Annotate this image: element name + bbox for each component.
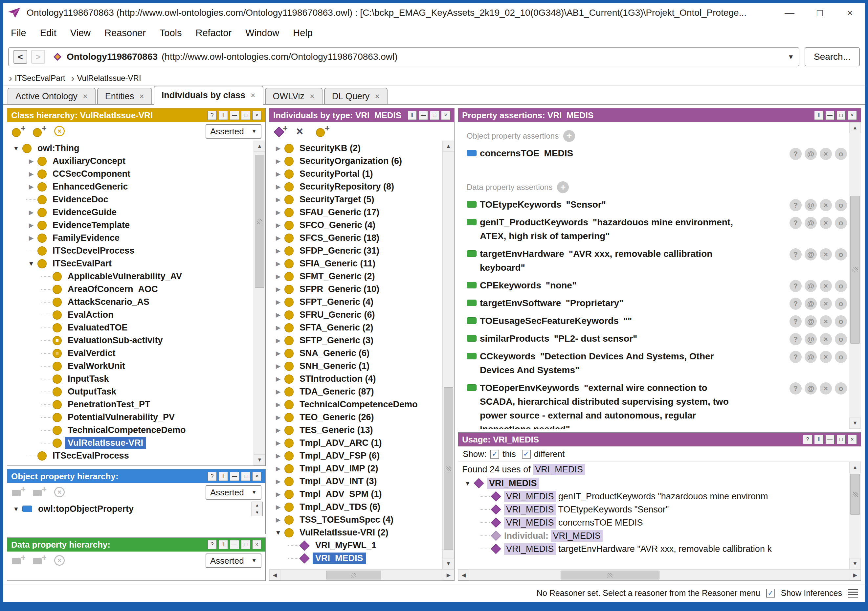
usage-row[interactable]: VRI_MEDIS genIT_ProductKeywords "hazardo…	[458, 490, 849, 503]
tree-row[interactable]: ▶EnhancedGeneric	[7, 180, 254, 193]
expand-arrow-icon[interactable]: ▶	[272, 145, 284, 152]
filter-checkbox-this[interactable]: ✓	[490, 450, 499, 459]
menu-file[interactable]: File	[11, 28, 26, 39]
panel-maximize-button[interactable]: □	[241, 111, 250, 120]
tab-close-icon[interactable]: ×	[375, 91, 380, 101]
delete-button[interactable]: ×	[820, 298, 832, 310]
tree-row[interactable]: ▼VulRelatIssue-VRI (2)	[269, 526, 442, 539]
edit-button[interactable]: o	[835, 199, 847, 211]
menu-edit[interactable]: Edit	[40, 28, 56, 39]
class-tree-scrollbar[interactable]: ▲ ▼	[254, 141, 265, 465]
breadcrumb-item-itsecevalpart[interactable]: ITSecEvalPart	[15, 74, 65, 83]
tree-row[interactable]: AreaOfConcern_AOC	[7, 283, 254, 296]
tree-row[interactable]: ▶Tmpl_ADV_INT (3)	[269, 475, 442, 488]
delete-individual-button[interactable]: ×	[294, 124, 309, 138]
expand-arrow-icon[interactable]: ▶	[272, 324, 284, 331]
scrollbar-track[interactable]	[469, 570, 849, 580]
tree-row[interactable]: ▶FamilyEvidence	[7, 232, 254, 244]
tree-row[interactable]: ▶TDA_Generic (87)	[269, 385, 442, 398]
expand-arrow-icon[interactable]: ▶	[272, 184, 284, 190]
tree-row[interactable]: ▶TechnicalCompetenceDemo	[269, 398, 442, 411]
delete-property-button[interactable]: ×	[53, 485, 68, 499]
tree-row[interactable]: ▶SFPT_Generic (4)	[269, 296, 442, 309]
scrollbar-thumb[interactable]	[850, 196, 860, 344]
panel-minimize-button[interactable]: —	[230, 111, 239, 120]
add-individual-button[interactable]: +	[273, 124, 288, 138]
annotate-button[interactable]: @	[804, 248, 817, 261]
tree-row[interactable]: ▶Tmpl_ADV_ARC (1)	[269, 437, 442, 450]
tree-row[interactable]: TechnicalCompetenceDemo	[7, 424, 254, 437]
panel-help-button[interactable]: ?	[208, 472, 217, 481]
tree-row[interactable]: ▶Tmpl_ADV_FSP (6)	[269, 450, 442, 462]
object-property-view-dropdown[interactable]: Asserted ▼	[206, 485, 261, 499]
property-assertion-row[interactable]: genIT_ProductKeywords"hazardouos mine en…	[467, 216, 847, 243]
usage-hscrollbar[interactable]: ◀ ▶	[458, 569, 861, 580]
tree-row[interactable]: ▶Tmpl_ADV_SPM (1)	[269, 488, 442, 501]
explain-button[interactable]: ?	[789, 382, 802, 394]
panel-help-button[interactable]: ?	[208, 540, 217, 549]
expand-arrow-icon[interactable]: ▶	[272, 197, 284, 203]
tree-row[interactable]: ▶SecurityKB (2)	[269, 142, 442, 155]
add-sub-property-button[interactable]: +	[11, 485, 26, 499]
delete-button[interactable]: ×	[820, 315, 832, 327]
scrollbar-thumb[interactable]	[255, 155, 264, 288]
property-assertion-row[interactable]: similarProducts"PL2- dust sensor"?@×o	[467, 332, 847, 346]
expand-arrow-icon[interactable]: ▶	[272, 171, 284, 177]
panel-split-button[interactable]: ‖	[814, 435, 823, 444]
scrollbar-track[interactable]	[849, 133, 861, 417]
tab-individuals-by-class[interactable]: Individuals by class×	[154, 86, 264, 105]
expand-arrow-icon[interactable]: ▶	[272, 273, 284, 279]
expand-arrow-icon[interactable]: ▶	[272, 158, 284, 164]
delete-property-button[interactable]: ×	[53, 554, 68, 568]
add-subclass-button[interactable]: +	[11, 124, 26, 138]
tree-row[interactable]: AttackScenario_AS	[7, 296, 254, 309]
tree-row[interactable]: ▶SFAU_Generic (17)	[269, 206, 442, 219]
close-button[interactable]: ×	[835, 3, 865, 22]
scrollbar-thumb[interactable]	[561, 571, 659, 580]
expand-arrow-icon[interactable]: ▶	[272, 440, 284, 446]
log-icon[interactable]	[848, 589, 858, 597]
expand-arrow-icon[interactable]: ▶	[272, 363, 284, 369]
expand-arrow-icon[interactable]: ▶	[272, 517, 284, 523]
tree-row[interactable]: ≡EvaluationSub-activity	[7, 334, 254, 347]
annotate-button[interactable]: @	[804, 217, 817, 229]
scroll-left-button[interactable]: ◀	[269, 570, 281, 580]
tab-owlviz[interactable]: OWLViz×	[265, 88, 322, 104]
add-type-button[interactable]: +	[315, 124, 330, 138]
expand-arrow-icon[interactable]: ▶	[272, 350, 284, 357]
explain-button[interactable]: ?	[789, 315, 802, 327]
tree-row[interactable]: ▶Tmpl_ADV_TDS (6)	[269, 501, 442, 513]
tab-dl-query[interactable]: DL Query×	[324, 88, 388, 104]
delete-button[interactable]: ×	[820, 333, 832, 345]
tree-row[interactable]: ▶SNA_Generic (6)	[269, 347, 442, 360]
property-assertion-row[interactable]: concernsTOEMEDIS?@×o	[467, 146, 847, 160]
class-view-dropdown[interactable]: Asserted ▼	[206, 124, 261, 139]
menu-window[interactable]: Window	[245, 28, 279, 39]
tree-row[interactable]: EvalWorkUnit	[7, 360, 254, 372]
filter-checkbox-different[interactable]: ✓	[522, 450, 531, 459]
panel-maximize-button[interactable]: □	[837, 111, 846, 120]
scroll-up-button[interactable]: ▲	[443, 141, 454, 152]
explain-button[interactable]: ?	[789, 280, 802, 292]
add-sibling-property-button[interactable]: +	[32, 554, 46, 568]
explain-button[interactable]: ?	[789, 333, 802, 345]
spinner-down-button[interactable]: ▼	[252, 509, 262, 516]
tab-close-icon[interactable]: ×	[83, 91, 88, 101]
panel-minimize-button[interactable]: —	[230, 472, 239, 481]
panel-maximize-button[interactable]: □	[241, 540, 250, 549]
panel-split-button[interactable]: ‖	[219, 111, 228, 120]
expand-arrow-icon[interactable]: ▶	[272, 261, 284, 267]
panel-help-button[interactable]: ?	[803, 435, 812, 444]
tree-row[interactable]: ▶SNH_Generic (1)	[269, 360, 442, 372]
tree-row[interactable]: ▼owl:topObjectProperty	[7, 502, 251, 515]
panel-split-button[interactable]: ‖	[408, 111, 417, 120]
tree-row[interactable]: ▶CCSecComponent	[7, 167, 254, 180]
panel-minimize-button[interactable]: —	[230, 540, 239, 549]
spinner-control[interactable]: ▲ ▼	[251, 502, 263, 516]
tree-row[interactable]: ▶SFPR_Generic (10)	[269, 283, 442, 296]
collapse-arrow-icon[interactable]: ▼	[462, 480, 474, 487]
tree-row[interactable]: EvidenceDoc	[7, 193, 254, 206]
tab-close-icon[interactable]: ×	[310, 91, 315, 101]
tree-row[interactable]: ▶TES_Generic (13)	[269, 424, 442, 437]
panel-maximize-button[interactable]: □	[837, 435, 846, 444]
